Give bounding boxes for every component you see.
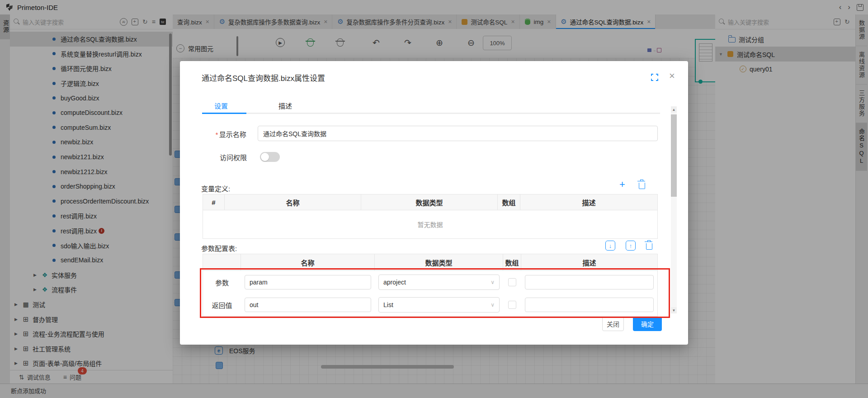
access-toggle[interactable] [260, 152, 280, 162]
col-name: 名称 [225, 194, 361, 210]
variables-table: # 名称 数据类型 数组 描述 暂无数据 [203, 194, 658, 239]
dialog-title: 通过命名SQL查询数据.bizx属性设置 [202, 72, 325, 83]
params-section-label: 参数配置表: [201, 243, 237, 253]
param-row: 返回值 List ∨ [203, 294, 657, 316]
col-rowtype [203, 254, 241, 270]
param-row-label: 参数 [203, 278, 241, 287]
col-type: 数据类型 [375, 254, 503, 270]
confirm-button[interactable]: 确定 [633, 317, 662, 331]
param-type-value: List [383, 301, 393, 308]
chevron-down-icon: ∨ [491, 302, 495, 308]
scroll-up-icon[interactable]: ▲ [671, 106, 677, 113]
param-desc-input[interactable] [525, 275, 654, 289]
delete-variable-icon[interactable] [639, 183, 645, 189]
display-name-input[interactable] [258, 126, 658, 141]
param-type-select[interactable]: aproject ∨ [378, 275, 500, 290]
col-name: 名称 [241, 254, 375, 270]
chevron-down-icon: ∨ [491, 279, 495, 285]
col-index: # [203, 194, 225, 210]
params-table: 名称 数据类型 数组 描述 参数 aproject ∨ [203, 254, 658, 317]
empty-placeholder: 暂无数据 [203, 210, 657, 238]
app-window: Primeton-IDE ‹ › 资源 AI ↻ ≡ bz [0, 0, 868, 398]
delete-param-icon[interactable] [646, 243, 652, 250]
variables-section-label: 变量定义: [201, 184, 230, 193]
tab-settings[interactable]: 设置 [214, 101, 228, 110]
add-variable-icon[interactable]: + [619, 180, 625, 190]
param-type-select[interactable]: List ∨ [378, 297, 500, 313]
param-row-label: 返回值 [203, 300, 241, 310]
close-icon[interactable]: × [669, 70, 675, 82]
tab-description[interactable]: 描述 [278, 101, 292, 110]
col-array: 数组 [503, 254, 521, 270]
param-type-value: aproject [383, 279, 406, 286]
param-name-input[interactable] [245, 275, 371, 289]
active-tab-underline [202, 113, 246, 114]
col-array: 数组 [498, 194, 520, 210]
modal-scrollbar-thumb[interactable] [671, 114, 677, 197]
col-desc: 描述 [521, 254, 657, 270]
array-checkbox[interactable] [508, 301, 516, 309]
col-desc: 描述 [520, 194, 657, 210]
scroll-down-icon[interactable]: ▼ [671, 307, 677, 313]
maximize-icon[interactable] [651, 74, 658, 82]
param-desc-input[interactable] [525, 298, 654, 312]
access-label: 访问权限 [220, 152, 247, 162]
param-row: 参数 aproject ∨ [203, 271, 657, 294]
array-checkbox[interactable] [508, 278, 516, 286]
tab-underline-track [246, 113, 660, 114]
required-asterisk: * [215, 131, 218, 138]
import-params-icon[interactable]: ↓ [605, 241, 615, 251]
col-type: 数据类型 [361, 194, 498, 210]
close-button[interactable]: 关闭 [602, 317, 624, 331]
display-name-label: *显示名称 [215, 129, 246, 139]
param-name-input[interactable] [245, 298, 371, 312]
export-params-icon[interactable]: ↑ [626, 241, 636, 251]
properties-dialog: 通过命名SQL查询数据.bizx属性设置 × 设置 描述 *显示名称 访问权限 … [180, 61, 688, 345]
